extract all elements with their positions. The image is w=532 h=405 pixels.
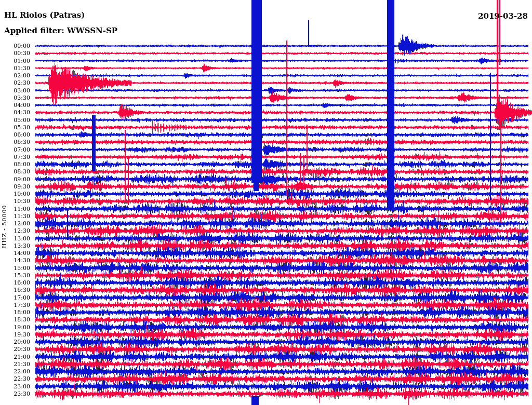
time-label: 17:30 [0, 302, 30, 308]
time-label: 04:30 [0, 110, 30, 115]
time-label: 12:30 [0, 228, 30, 234]
time-label: 06:00 [0, 132, 30, 138]
time-label: 08:00 [0, 161, 30, 167]
time-label: 14:30 [0, 258, 30, 263]
time-label: 08:30 [0, 169, 30, 174]
time-label: 18:30 [0, 317, 30, 322]
time-label: 11:00 [0, 206, 30, 212]
time-label: 19:00 [0, 325, 30, 330]
time-label: 10:00 [0, 191, 30, 197]
time-label: 02:00 [0, 73, 30, 78]
time-label: 23:30 [0, 391, 30, 397]
time-label: 05:00 [0, 117, 30, 123]
time-label: 05:30 [0, 125, 30, 130]
time-label: 13:00 [0, 236, 30, 241]
time-label: 01:00 [0, 58, 30, 64]
time-label: 17:00 [0, 295, 30, 301]
time-label: 20:00 [0, 339, 30, 345]
time-label: 04:00 [0, 102, 30, 108]
time-label: 09:30 [0, 184, 30, 190]
time-label: 07:30 [0, 154, 30, 160]
time-label: 11:30 [0, 213, 30, 219]
time-label: 15:00 [0, 265, 30, 271]
time-label: 22:30 [0, 376, 30, 382]
time-label: 23:00 [0, 384, 30, 389]
time-label: 01:30 [0, 65, 30, 71]
time-label: 00:30 [0, 50, 30, 56]
time-label: 19:30 [0, 332, 30, 338]
date-label: 2019-03-28 [478, 11, 528, 21]
time-label: 13:30 [0, 243, 30, 249]
time-label: 14:00 [0, 250, 30, 256]
time-label: 07:00 [0, 147, 30, 153]
time-label: 21:00 [0, 354, 30, 360]
seismogram-trace-canvas [0, 0, 532, 405]
time-label: 00:00 [0, 43, 30, 49]
time-label: 06:30 [0, 139, 30, 145]
time-axis-labels: 00:0000:3001:0001:3002:0002:3003:0003:30… [0, 0, 30, 405]
time-label: 18:00 [0, 309, 30, 315]
time-label: 09:00 [0, 177, 30, 182]
time-label: 20:30 [0, 346, 30, 352]
time-label: 02:30 [0, 80, 30, 86]
time-label: 03:00 [0, 88, 30, 93]
time-label: 12:00 [0, 221, 30, 226]
time-label: 15:30 [0, 273, 30, 278]
time-label: 10:30 [0, 198, 30, 204]
time-label: 16:30 [0, 287, 30, 293]
time-label: 16:00 [0, 280, 30, 286]
time-label: 22:00 [0, 369, 30, 374]
helicorder-page: HL Riolos (Patras) Applied filter: WWSSN… [0, 0, 532, 405]
time-label: 03:30 [0, 95, 30, 101]
time-label: 21:30 [0, 361, 30, 367]
